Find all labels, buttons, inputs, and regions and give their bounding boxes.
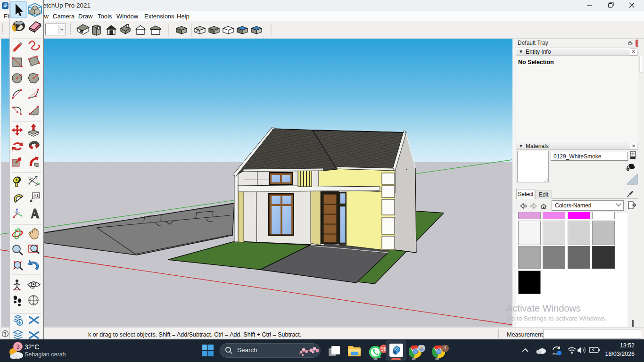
svg-text:3: 3 (28, 175, 31, 179)
svg-text:3: 3 (16, 343, 19, 350)
svg-text:A1: A1 (33, 193, 39, 198)
